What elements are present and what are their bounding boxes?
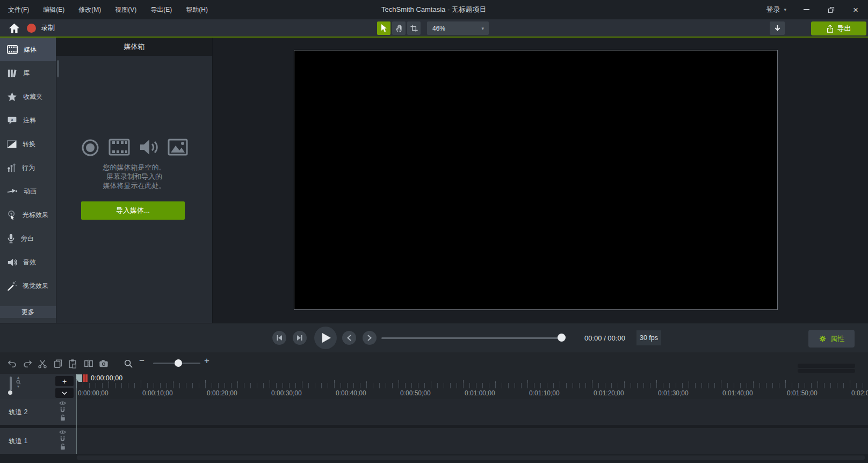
import-media-button[interactable]: 导入媒体...: [81, 201, 185, 220]
ruler-label: 0:00:20;00: [207, 389, 237, 397]
pan-tool-button[interactable]: [392, 21, 406, 35]
playhead-marker[interactable]: [83, 374, 88, 382]
camtasia-window: 文件(F) 编辑(E) 修改(M) 视图(V) 导出(E) 帮助(H) Tech…: [0, 0, 868, 463]
close-button[interactable]: ×: [843, 0, 868, 19]
sidebar-more-button[interactable]: 更多: [0, 306, 56, 318]
menu-help[interactable]: 帮助(H): [179, 0, 215, 19]
svg-text:a: a: [11, 118, 13, 122]
playhead-line[interactable]: [76, 374, 77, 454]
menu-export[interactable]: 导出(E): [143, 0, 179, 19]
jump-forward-button[interactable]: [363, 331, 377, 345]
download-button[interactable]: [770, 21, 785, 35]
sidebar-item-transitions[interactable]: 转换: [0, 132, 56, 156]
sidebar-item-media[interactable]: 媒体: [0, 38, 56, 61]
collapse-tracks-button[interactable]: [55, 388, 74, 398]
minimize-button[interactable]: [794, 0, 819, 19]
sign-in-label: 登录: [766, 5, 780, 15]
restore-button[interactable]: [819, 0, 843, 19]
camera-icon[interactable]: [99, 359, 108, 368]
properties-button[interactable]: 属性: [808, 330, 855, 348]
behaviors-icon: [7, 163, 16, 172]
timeline-ruler[interactable]: 0:00:00;00 0:00:00;00 0:00:10;00 0:00:20…: [76, 374, 868, 399]
paste-icon[interactable]: [68, 359, 77, 368]
media-bin-title-text: 媒体箱: [124, 42, 145, 52]
sidebar-label: 动画: [24, 187, 37, 196]
add-track-button[interactable]: +: [55, 376, 74, 386]
sidebar-item-audio-effects[interactable]: 音效: [0, 250, 56, 274]
play-button[interactable]: [314, 327, 337, 349]
lock-icon[interactable]: [60, 414, 66, 421]
track-2-toggles: [59, 401, 66, 421]
sidebar-label: 行为: [22, 163, 35, 172]
export-button[interactable]: 导出: [811, 21, 866, 35]
play-icon: [322, 332, 331, 343]
timeline-zoom-icon: [124, 359, 133, 368]
canvas-zoom-value: 46%: [432, 25, 445, 32]
properties-label: 属性: [830, 334, 844, 344]
sidebar-item-visual-effects[interactable]: 视觉效果: [0, 274, 56, 298]
crop-tool-button[interactable]: [407, 21, 421, 35]
track-zoom-control[interactable]: ▲ ▼: [15, 375, 21, 389]
chevron-down-icon: [62, 392, 67, 395]
sidebar-item-behaviors[interactable]: 行为: [0, 156, 56, 179]
time-display-text: 00:00 / 00:00: [584, 334, 625, 342]
transition-icon: [7, 140, 17, 148]
books-icon: [7, 69, 17, 78]
timeline-zoom-handle[interactable]: [175, 359, 182, 367]
magnet-icon[interactable]: [60, 436, 66, 442]
menu-file[interactable]: 文件(F): [1, 0, 36, 19]
zoom-out-button[interactable]: −: [139, 356, 144, 366]
next-frame-button[interactable]: [293, 331, 307, 345]
zoom-in-button[interactable]: +: [204, 356, 209, 366]
ruler-label: 0:00:40;00: [336, 389, 366, 397]
media-bin-title: 媒体箱: [56, 38, 212, 56]
track-1-header[interactable]: 轨道 1: [0, 428, 76, 454]
jump-back-button[interactable]: [342, 331, 356, 345]
timeline-scrollbar-bottom[interactable]: [798, 369, 855, 373]
copy-icon[interactable]: [53, 359, 63, 368]
callout-icon: a: [7, 116, 17, 125]
eye-icon[interactable]: [59, 401, 66, 406]
track-row-1: 轨道 1: [0, 428, 868, 454]
cut-icon[interactable]: [38, 359, 47, 368]
timeline-hscroll-track[interactable]: [77, 455, 865, 460]
playback-bar: 00:00 / 00:00 30 fps 属性: [0, 323, 868, 352]
home-icon: [9, 23, 20, 33]
redo-icon[interactable]: [23, 359, 32, 368]
track-height-slider[interactable]: [10, 377, 12, 390]
track-height-handle[interactable]: [8, 390, 12, 395]
sidebar-item-animations[interactable]: 动画: [0, 179, 56, 203]
menu-view[interactable]: 视图(V): [108, 0, 143, 19]
menu-edit[interactable]: 编辑(E): [36, 0, 71, 19]
timeline-scrollbar-top[interactable]: [798, 364, 855, 368]
sidebar-item-cursor-effects[interactable]: 光标效果: [0, 203, 56, 227]
seek-slider-handle[interactable]: [558, 334, 566, 342]
lock-icon[interactable]: [60, 443, 66, 450]
sidebar-item-annotations[interactable]: a 注释: [0, 108, 56, 132]
sidebar-item-voice-narration[interactable]: 旁白: [0, 227, 56, 250]
sidebar-item-library[interactable]: 库: [0, 61, 56, 85]
split-icon[interactable]: [84, 359, 93, 368]
seek-slider[interactable]: [381, 337, 565, 339]
record-button[interactable]: 录制: [27, 19, 55, 37]
sign-in-button[interactable]: 登录 ▾: [758, 5, 794, 15]
ruler-minor-ticks: [76, 383, 868, 388]
sidebar-label: 注释: [23, 116, 36, 125]
hand-icon: [395, 24, 403, 33]
track-2-header[interactable]: 轨道 2: [0, 399, 76, 425]
previous-frame-button[interactable]: [272, 331, 286, 345]
magnet-icon[interactable]: [60, 407, 66, 413]
ruler-label: 0:01:00;00: [465, 389, 495, 397]
canvas-zoom-dropdown[interactable]: 46% ▾: [427, 21, 489, 35]
undo-icon[interactable]: [8, 359, 17, 368]
step-forward-icon: [296, 335, 303, 341]
sidebar-item-favorites[interactable]: 收藏夹: [0, 85, 56, 108]
home-button[interactable]: [9, 19, 20, 37]
ruler-label: 0:00:50;00: [400, 389, 431, 397]
star-icon: [7, 92, 17, 102]
media-bin-scrollbar[interactable]: [57, 60, 59, 77]
select-tool-button[interactable]: [377, 21, 390, 35]
eye-icon[interactable]: [59, 430, 66, 435]
menu-modify[interactable]: 修改(M): [71, 0, 108, 19]
empty-text-line1: 您的媒体箱是空的。: [56, 163, 212, 172]
